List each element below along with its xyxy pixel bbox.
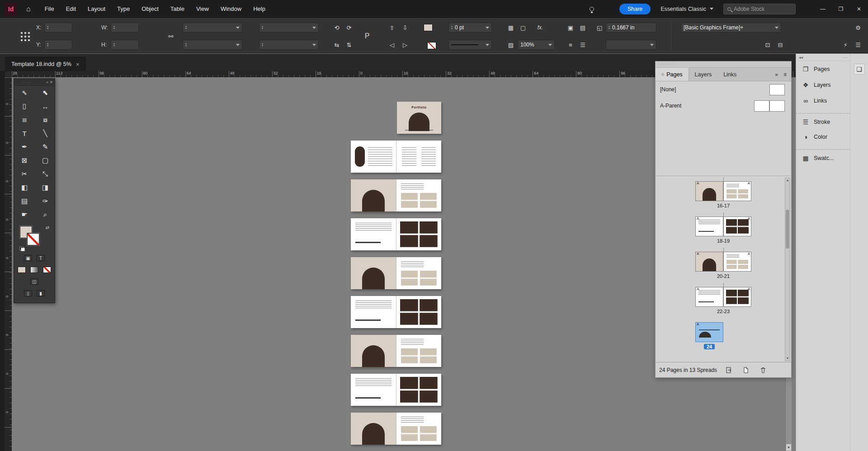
rotate-ccw-button[interactable]: ⟲ — [331, 23, 342, 33]
break-style-link-button[interactable]: ⊟ — [775, 40, 786, 50]
home-icon[interactable]: ⌂ — [26, 5, 31, 13]
formatting-text-toggle[interactable]: T — [37, 255, 45, 261]
x-field[interactable] — [44, 23, 72, 33]
tab-pages[interactable]: ◇ Pages — [656, 68, 689, 81]
selection-tool[interactable]: ⬉ — [14, 86, 35, 99]
h-field[interactable] — [111, 40, 139, 50]
delete-page-button[interactable] — [758, 365, 769, 375]
scrollbar-thumb[interactable] — [786, 210, 789, 249]
page-left[interactable] — [351, 141, 396, 173]
eyedropper-tool[interactable]: ✑ — [35, 194, 56, 208]
corner-options-icon[interactable]: ◱ — [594, 23, 605, 33]
page-right[interactable] — [396, 218, 442, 250]
page-thumbnail[interactable] — [695, 181, 723, 201]
stroke-style-dropdown[interactable] — [448, 40, 492, 50]
scroll-down-button[interactable]: ▾ — [786, 444, 792, 451]
scale-y-field[interactable] — [183, 40, 242, 50]
document-spread[interactable] — [351, 413, 441, 445]
spread-thumbnail[interactable]: A — [695, 322, 723, 342]
page-right[interactable] — [396, 141, 442, 173]
rectangle-frame-tool[interactable]: ⊠ — [14, 154, 35, 167]
scissors-tool[interactable]: ✂ — [14, 167, 35, 181]
view-normal-button[interactable]: ▯ — [24, 290, 32, 296]
gap-tool[interactable]: ↔ — [35, 99, 56, 113]
formatting-container-toggle[interactable]: ▣ — [24, 255, 32, 261]
default-fill-stroke-icon[interactable] — [19, 247, 25, 251]
line-tool[interactable]: ╲ — [35, 127, 56, 140]
page-thumbnail[interactable] — [695, 252, 723, 272]
pages-panel-spread[interactable]: A 24 — [709, 322, 737, 349]
align-center-button[interactable]: ☰ — [577, 40, 588, 50]
indesign-logo[interactable]: Id — [5, 3, 17, 15]
select-container-button[interactable]: ⇧ — [387, 23, 397, 33]
dock-swatches[interactable]: ▦ Swatc... — [796, 149, 850, 165]
close-panel-icon[interactable]: ✕ — [49, 80, 53, 85]
rotate-cw-button[interactable]: ⟳ — [344, 23, 354, 33]
document-spread[interactable] — [351, 218, 441, 250]
tab-links[interactable]: Links — [717, 68, 742, 81]
scroll-down-icon[interactable]: ▾ — [787, 356, 788, 361]
pencil-tool[interactable]: ✎ — [35, 140, 56, 154]
pages-scrollbar[interactable]: ▴ ▾ — [785, 178, 790, 361]
view-preview-button[interactable]: ▮ — [37, 290, 45, 296]
stock-search-input[interactable] — [734, 6, 783, 12]
dock-grip[interactable]: ∙∙∙∙ — [843, 55, 847, 60]
direct-selection-tool[interactable]: ⬉ — [35, 86, 56, 99]
flip-vertical-button[interactable]: ⇅ — [344, 40, 354, 50]
document-spread[interactable] — [351, 335, 441, 367]
panel-menu-icon[interactable]: ☰ — [853, 40, 863, 50]
select-content-button[interactable]: ⇩ — [400, 23, 410, 33]
page-left[interactable] — [351, 218, 396, 250]
collapse-panel-icon[interactable]: « — [46, 80, 48, 85]
page-right[interactable] — [396, 413, 442, 445]
page-left[interactable] — [351, 257, 396, 289]
ruler-corner[interactable] — [5, 71, 12, 77]
stroke-color-swatch[interactable] — [27, 233, 39, 245]
apply-none-button[interactable] — [43, 267, 51, 273]
edit-page-size-button[interactable] — [723, 365, 734, 375]
menu-object[interactable]: Object — [136, 0, 165, 18]
pages-panel-spread[interactable]: A A 16-17 — [695, 181, 751, 208]
zoom-tool[interactable]: ⌕ — [35, 208, 56, 221]
panel-drag-grip[interactable]: ∙∙∙∙∙∙∙∙ — [656, 61, 791, 68]
new-page-button[interactable] — [741, 365, 751, 375]
pen-tool[interactable]: ✒ — [14, 140, 35, 154]
content-collector-tool[interactable]: ⧈ — [14, 113, 35, 127]
screen-mode-button[interactable]: ◫ — [30, 278, 38, 285]
align-left-button[interactable]: ≡ — [565, 40, 576, 50]
menu-table[interactable]: Table — [165, 0, 190, 18]
settings-gear-icon[interactable]: ⚙ — [853, 23, 863, 33]
dock-links[interactable]: ∞ Links — [796, 93, 850, 108]
page-number-label[interactable]: 16-17 — [717, 203, 730, 208]
fit-frame-button[interactable]: ▦ — [505, 23, 516, 33]
object-style-dropdown[interactable]: [Basic Graphics Frame]+ — [681, 23, 781, 33]
clear-overrides-button[interactable]: ⊡ — [762, 40, 773, 50]
page-right[interactable] — [396, 335, 442, 367]
restore-button[interactable]: ❐ — [832, 0, 850, 18]
dock-header[interactable]: ◂◂ ∙∙∙∙ — [796, 54, 850, 61]
page-tool[interactable]: ▯ — [14, 99, 35, 113]
menu-file[interactable]: File — [39, 0, 60, 18]
page-right[interactable] — [396, 179, 442, 211]
master-row[interactable]: [None] — [656, 81, 791, 98]
tools-panel-header[interactable]: ∙∙∙∙∙ « ✕ — [14, 79, 55, 86]
tab-close-icon[interactable]: × — [76, 61, 80, 68]
select-previous-button[interactable]: ◁ — [387, 40, 397, 50]
text-wrap-none-button[interactable]: ▣ — [565, 23, 576, 33]
gradient-swatch-tool[interactable]: ◧ — [14, 181, 35, 194]
drag-grip[interactable]: ∙∙∙∙∙ — [22, 80, 30, 85]
lightbulb-icon[interactable] — [590, 7, 594, 11]
free-transform-tool[interactable]: ⤡ — [35, 167, 56, 181]
document-spread[interactable] — [351, 257, 441, 289]
constrain-link-icon[interactable]: ⚯ — [165, 31, 176, 41]
document-spread[interactable] — [351, 179, 441, 211]
stock-search-box[interactable] — [723, 4, 796, 14]
opacity-field[interactable]: 100% — [518, 40, 555, 50]
w-field[interactable] — [111, 23, 139, 33]
page-right[interactable]: Portfolio — [397, 102, 441, 134]
spread-thumbnail[interactable]: A A — [695, 287, 751, 307]
menu-layout[interactable]: Layout — [82, 0, 111, 18]
flip-horizontal-button[interactable]: ⇆ — [331, 40, 342, 50]
transparency-icon[interactable]: ▨ — [505, 40, 516, 50]
reference-point-proxy[interactable] — [20, 31, 31, 42]
